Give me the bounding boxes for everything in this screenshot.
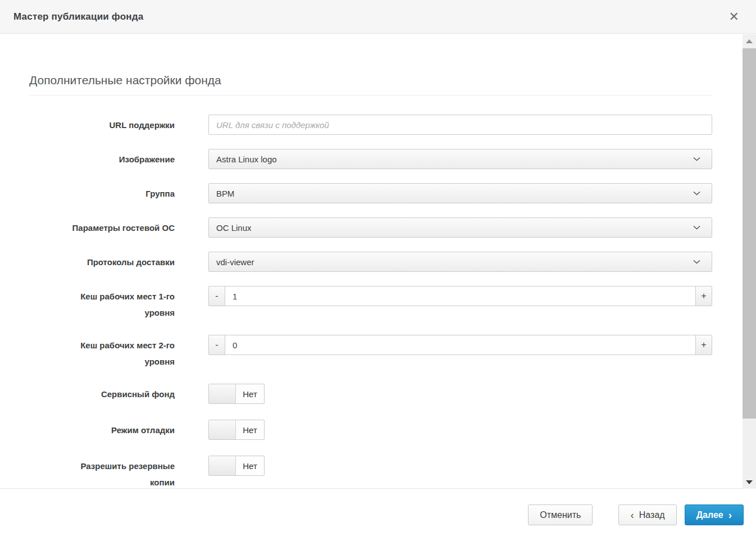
dialog-body: Дополнительные настройки фонда URL подде… bbox=[0, 34, 756, 489]
back-button[interactable]: ‹ Назад bbox=[618, 504, 676, 525]
cancel-button[interactable]: Отменить bbox=[528, 504, 593, 525]
close-icon[interactable]: ✕ bbox=[726, 8, 743, 25]
chevron-down-icon bbox=[693, 260, 700, 264]
guest-os-select[interactable]: ОС Linux bbox=[208, 217, 712, 238]
cache-level-1-input[interactable] bbox=[225, 286, 696, 306]
plus-button[interactable]: + bbox=[696, 335, 712, 355]
group-select[interactable]: ВРМ bbox=[208, 183, 712, 203]
toggle-knob bbox=[209, 456, 236, 475]
fund-publish-wizard-dialog: Мастер публикации фонда ✕ Дополнительные… bbox=[0, 0, 756, 541]
delivery-protocols-select-value: vdi-viewer bbox=[216, 257, 254, 267]
plus-button[interactable]: + bbox=[696, 286, 712, 306]
form-row-guest-os: Параметры гостевой ОС ОС Linux bbox=[29, 217, 700, 238]
chevron-down-icon bbox=[693, 191, 700, 196]
cache-level-2-stepper: - + bbox=[208, 335, 712, 355]
chevron-left-icon: ‹ bbox=[630, 510, 634, 520]
image-select[interactable]: Astra Linux logo bbox=[208, 149, 712, 169]
debug-mode-label: Режим отладки bbox=[29, 420, 175, 438]
group-label: Группа bbox=[29, 183, 175, 202]
form-row-image: Изображение Astra Linux logo bbox=[29, 149, 700, 169]
service-pool-toggle[interactable]: Нет bbox=[208, 384, 265, 404]
cache-level-1-stepper: - + bbox=[208, 286, 712, 306]
cache-level-1-label: Кеш рабочих мест 1-го уровня bbox=[29, 286, 175, 321]
image-label: Изображение bbox=[29, 149, 175, 167]
section-heading: Дополнительные настройки фонда bbox=[29, 74, 712, 96]
back-button-label: Назад bbox=[639, 510, 665, 520]
minus-button[interactable]: - bbox=[208, 286, 225, 306]
toggle-knob bbox=[209, 420, 236, 439]
backup-copies-label: Разрешить резервные копии bbox=[29, 456, 175, 490]
form-row-service-pool: Сервисный фонд Нет bbox=[29, 384, 700, 406]
dialog-title: Мастер публикации фонда bbox=[13, 11, 143, 22]
backup-copies-toggle-state: Нет bbox=[236, 456, 264, 475]
delivery-protocols-label: Протоколы доставки bbox=[29, 252, 175, 270]
next-button-label: Далее bbox=[696, 510, 723, 520]
chevron-down-icon bbox=[693, 157, 700, 161]
next-button[interactable]: Далее › bbox=[685, 504, 744, 525]
additional-settings-form: URL поддержки Изображение Astra Linux lo… bbox=[29, 115, 700, 490]
backup-copies-toggle[interactable]: Нет bbox=[208, 456, 265, 476]
guest-os-select-value: ОС Linux bbox=[216, 223, 252, 233]
dialog-footer: Отменить ‹ Назад Далее › bbox=[0, 489, 756, 541]
cancel-button-label: Отменить bbox=[540, 510, 581, 520]
scrollbar-thumb[interactable] bbox=[743, 48, 756, 419]
wizard-step-content: Дополнительные настройки фонда URL подде… bbox=[0, 34, 756, 490]
service-pool-toggle-state: Нет bbox=[236, 384, 264, 403]
support-url-input[interactable] bbox=[208, 115, 712, 135]
chevron-down-icon bbox=[693, 225, 700, 230]
delivery-protocols-select[interactable]: vdi-viewer bbox=[208, 252, 712, 272]
cache-level-2-label: Кеш рабочих мест 2-го уровня bbox=[29, 335, 175, 370]
form-row-debug-mode: Режим отладки Нет bbox=[29, 420, 700, 442]
form-row-backup-copies: Разрешить резервные копии Нет bbox=[29, 456, 700, 490]
form-row-cache-level-1: Кеш рабочих мест 1-го уровня - + bbox=[29, 286, 700, 321]
form-row-group: Группа ВРМ bbox=[29, 183, 700, 203]
group-select-value: ВРМ bbox=[216, 189, 234, 198]
support-url-label: URL поддержки bbox=[29, 115, 175, 133]
debug-mode-toggle-state: Нет bbox=[236, 420, 264, 439]
service-pool-label: Сервисный фонд bbox=[29, 384, 175, 402]
scrollbar[interactable] bbox=[743, 34, 756, 489]
form-row-cache-level-2: Кеш рабочих мест 2-го уровня - + bbox=[29, 335, 700, 370]
image-select-value: Astra Linux logo bbox=[216, 154, 277, 164]
debug-mode-toggle[interactable]: Нет bbox=[208, 420, 265, 440]
toggle-knob bbox=[209, 384, 236, 403]
form-row-delivery-protocols: Протоколы доставки vdi-viewer bbox=[29, 252, 700, 272]
dialog-header: Мастер публикации фонда ✕ bbox=[0, 0, 756, 34]
guest-os-label: Параметры гостевой ОС bbox=[29, 217, 175, 236]
form-row-support-url: URL поддержки bbox=[29, 115, 700, 135]
cache-level-2-input[interactable] bbox=[225, 335, 696, 355]
chevron-right-icon: › bbox=[728, 510, 732, 520]
scroll-up-arrow-icon[interactable] bbox=[743, 34, 756, 48]
scroll-down-arrow-icon[interactable] bbox=[743, 475, 756, 489]
minus-button[interactable]: - bbox=[208, 335, 225, 355]
